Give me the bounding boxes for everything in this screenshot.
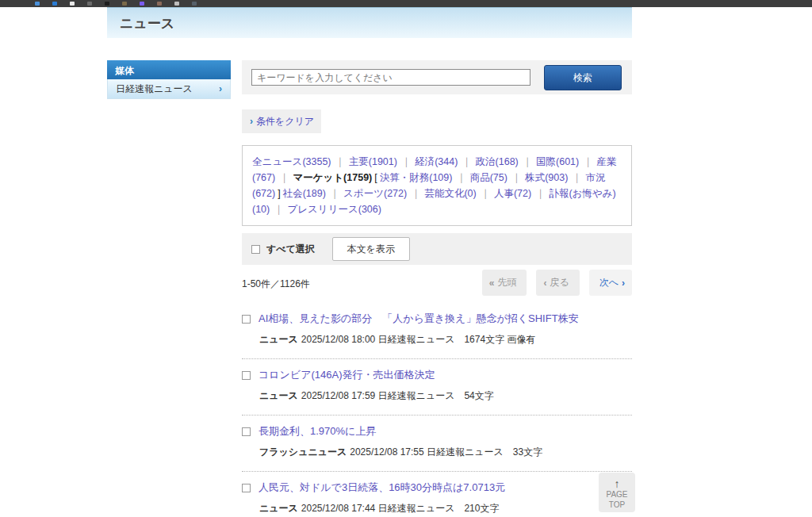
news-meta-text: 2025/12/08 17:59 日経速報ニュース 54文字 (301, 390, 494, 401)
taskbar-app-icon[interactable] (52, 2, 57, 6)
news-meta: ニュース2025/12/08 18:00 日経速報ニュース 1674文字 画像有 (259, 333, 632, 347)
page-title: ニュース (107, 8, 632, 33)
news-item: 人民元、対ドルで3日続落、16時30分時点は7.0713元 ニュース2025/1… (242, 472, 632, 517)
taskbar-app-icon[interactable] (87, 2, 92, 6)
news-meta-text: 2025/12/08 17:44 日経速報ニュース 210文字 (301, 503, 500, 514)
taskbar-app-icon[interactable] (157, 2, 162, 6)
result-count: 1-50件／1126件 (242, 278, 310, 291)
news-type-label: ニュース (259, 390, 298, 401)
category-token[interactable]: ｜ (523, 156, 532, 167)
category-token[interactable]: ｜ (456, 172, 465, 183)
sidebar-item-label: 日経速報ニュース (116, 82, 193, 96)
news-meta-text: 2025/12/08 18:00 日経速報ニュース 1674文字 画像有 (301, 334, 536, 345)
news-meta: ニュース2025/12/08 17:59 日経速報ニュース 54文字 (259, 389, 632, 403)
pagination-buttons: «先頭 ‹戻る 次へ› (482, 270, 632, 296)
pagination-button[interactable]: 次へ› (589, 270, 632, 296)
search-button[interactable]: 検索 (544, 65, 622, 90)
taskbar-app-icon[interactable] (70, 2, 75, 6)
pagination-button-label: 戻る (550, 276, 569, 289)
category-token[interactable]: 商品(75) (470, 172, 508, 183)
pagination-arrow-icon: ‹ (543, 278, 546, 289)
keyword-input[interactable] (251, 69, 530, 86)
page-header: ニュース (107, 7, 632, 38)
news-item-checkbox[interactable] (242, 427, 251, 436)
news-list: AI相場、見えた影の部分 「人から置き換え」懸念が招くSHIFT株安 ニュース2… (242, 303, 632, 517)
category-token[interactable]: 芸能文化(0) (424, 188, 476, 199)
news-type-label: ニュース (259, 334, 298, 345)
news-type-label: ニュース (259, 503, 298, 514)
category-token[interactable]: 政治(168) (476, 156, 519, 167)
chevron-right-icon: › (250, 116, 253, 127)
category-token[interactable]: 社会(189) (283, 188, 326, 199)
news-title-row: AI相場、見えた影の部分 「人から置き換え」懸念が招くSHIFT株安 (242, 312, 632, 326)
category-token[interactable]: ｜ (330, 188, 339, 199)
taskbar-app-icon[interactable] (140, 2, 144, 6)
sidebar-header: 媒体 (107, 60, 231, 79)
page-top-label-1: PAGE (599, 489, 635, 500)
news-item-checkbox[interactable] (242, 371, 251, 380)
category-token[interactable]: ｜ (535, 188, 545, 199)
news-title-row: 長期金利、1.970%に上昇 (242, 424, 632, 438)
category-token[interactable]: ｜ (572, 172, 581, 183)
taskbar-app-icon[interactable] (35, 2, 40, 6)
news-meta: フラッシュニュース2025/12/08 17:55 日経速報ニュース 33文字 (259, 446, 632, 459)
page-top-button[interactable]: ↑ PAGE TOP (599, 473, 635, 512)
category-token[interactable]: ｜ (511, 172, 521, 183)
pagination-button[interactable]: ‹戻る (536, 270, 579, 296)
news-title-link[interactable]: 長期金利、1.970%に上昇 (259, 424, 376, 438)
category-token[interactable]: 決算・財務(109) (380, 172, 453, 183)
category-token[interactable]: ｜ (401, 156, 411, 167)
category-token[interactable]: マーケット(1759) (293, 172, 372, 183)
category-token[interactable]: スポーツ(272) (343, 188, 407, 199)
category-token[interactable]: 国際(601) (536, 156, 579, 167)
category-token[interactable]: ] (278, 188, 280, 199)
category-token[interactable]: 株式(903) (525, 172, 568, 183)
news-title-row: コロンビア(146A)発行・売出価格決定 (242, 368, 632, 382)
news-item: コロンビア(146A)発行・売出価格決定 ニュース2025/12/08 17:5… (242, 359, 632, 416)
taskbar-app-icon[interactable] (174, 2, 179, 6)
news-type-label: フラッシュニュース (259, 446, 347, 458)
category-token[interactable]: ｜ (411, 188, 420, 199)
category-token[interactable]: 主要(1901) (349, 156, 397, 167)
news-title-link[interactable]: 人民元、対ドルで3日続落、16時30分時点は7.0713元 (259, 481, 505, 495)
pagination-arrow-icon: › (622, 278, 625, 289)
category-token[interactable]: ｜ (279, 172, 289, 183)
category-token[interactable]: [ (374, 172, 377, 183)
select-all-checkbox[interactable] (251, 245, 260, 254)
select-all-label: すべて選択 (266, 243, 315, 256)
category-token[interactable]: ｜ (481, 188, 490, 199)
category-token[interactable]: ｜ (583, 156, 592, 167)
category-token[interactable]: プレスリリース(306) (287, 204, 381, 215)
news-meta-text: 2025/12/08 17:55 日経速報ニュース 33文字 (350, 446, 542, 458)
category-token[interactable]: ｜ (462, 156, 471, 167)
pagination-button[interactable]: «先頭 (482, 270, 527, 296)
sidebar: 媒体 日経速報ニュース › (107, 60, 231, 99)
selection-bar: すべて選択 本文を表示 (242, 233, 632, 265)
taskbar-app-icon[interactable] (122, 2, 127, 6)
news-title-link[interactable]: AI相場、見えた影の部分 「人から置き換え」懸念が招くSHIFT株安 (259, 312, 579, 326)
taskbar-app-icon[interactable] (192, 2, 197, 6)
news-title-link[interactable]: コロンビア(146A)発行・売出価格決定 (259, 368, 435, 382)
category-token[interactable]: 経済(344) (415, 156, 458, 167)
clear-conditions-button[interactable]: › 条件をクリア (242, 109, 321, 133)
category-token[interactable]: 人事(72) (494, 188, 531, 199)
pagination-row: 1-50件／1126件 «先頭 ‹戻る 次へ› (242, 270, 632, 296)
search-panel: 検索 (242, 60, 632, 94)
show-body-button[interactable]: 本文を表示 (332, 237, 410, 261)
pagination-arrow-icon: « (489, 278, 495, 289)
page-top-label-2: TOP (599, 500, 635, 510)
news-item-checkbox[interactable] (242, 484, 251, 492)
news-item-checkbox[interactable] (242, 315, 251, 324)
category-token[interactable]: ｜ (274, 204, 283, 215)
category-token[interactable]: ｜ (335, 156, 345, 167)
pagination-button-label: 次へ (599, 276, 619, 289)
category-filter-box: 全ニュース(3355)｜主要(1901)｜経済(344)｜政治(168)｜国際(… (242, 145, 632, 226)
chevron-right-icon: › (219, 83, 222, 94)
taskbar-app-icon[interactable] (105, 2, 109, 6)
news-item: 長期金利、1.970%に上昇 フラッシュニュース2025/12/08 17:55… (242, 416, 632, 472)
clear-conditions-label: 条件をクリア (256, 115, 314, 128)
sidebar-item-nikkei-news[interactable]: 日経速報ニュース › (107, 79, 231, 99)
news-meta: ニュース2025/12/08 17:44 日経速報ニュース 210文字 (259, 502, 632, 515)
category-token[interactable]: 全ニュース(3355) (252, 156, 331, 167)
arrow-up-icon: ↑ (599, 478, 635, 489)
